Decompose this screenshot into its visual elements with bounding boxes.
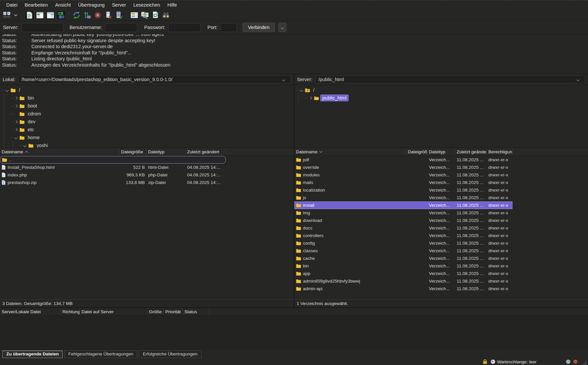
menu-datei[interactable]: Datei: [3, 1, 21, 9]
password-input[interactable]: [168, 23, 201, 32]
file-row-item[interactable]: ..: [0, 156, 226, 164]
file-row-controllers[interactable]: controllersVerzeich...11.08.2025 ...drwx…: [294, 232, 512, 239]
process-queue-button[interactable]: [82, 10, 92, 20]
tree-item-item[interactable]: /: [2, 86, 294, 94]
column-header-dateiname[interactable]: Dateiname: [0, 148, 119, 155]
file-row-config[interactable]: configVerzeich...11.08.2025 ...drwxr-xr-…: [294, 239, 512, 247]
column-header-dateiname[interactable]: Dateiname: [294, 148, 406, 155]
tree-expander[interactable]: [22, 143, 27, 148]
server-input[interactable]: [21, 23, 63, 32]
file-row-install[interactable]: installVerzeich...11.08.2025 ...drwxr-xr…: [294, 201, 512, 209]
file-row-mails[interactable]: mailsVerzeich...11.08.2025 ...drwxr-xr-x: [294, 179, 512, 186]
file-row-classes[interactable]: classesVerzeich...11.08.2025 ...drwxr-xr…: [294, 247, 512, 255]
tree-expander[interactable]: [14, 127, 18, 132]
tree-item-item[interactable]: ?/: [296, 86, 588, 94]
tab-erfolgreiche-bertragungen[interactable]: Erfolgreiche Übertragungen: [139, 350, 202, 358]
column-header-zuletzt-ge-ndert[interactable]: Zuletzt geändert: [455, 148, 487, 155]
folder-icon: [296, 173, 301, 177]
file-row-docs[interactable]: docsVerzeich...11.08.2025 ...drwxr-xr-x: [294, 224, 512, 232]
column-header-priorit-t[interactable]: Priorität: [164, 308, 183, 315]
tree-expander[interactable]: [299, 88, 304, 92]
username-input[interactable]: [105, 23, 137, 32]
tree-expander[interactable]: [308, 96, 312, 100]
sync-browsing-button[interactable]: [150, 10, 160, 20]
file-name: ..: [9, 157, 12, 162]
log-type: Status:: [2, 44, 31, 50]
menu-bearbeiten[interactable]: Bearbeiten: [21, 1, 51, 9]
column-header-datei-auf-server[interactable]: Datei auf Server: [80, 308, 148, 315]
column-header-berechtigungen[interactable]: Berechtigungen: [487, 148, 512, 155]
column-header-zuletzt-ge-ndert[interactable]: Zuletzt geändert: [185, 148, 226, 155]
port-input[interactable]: [220, 23, 237, 32]
reconnect-button[interactable]: [114, 10, 124, 20]
tree-item-home[interactable]: home: [2, 134, 294, 141]
file-row-app[interactable]: appVerzeich...11.08.2025 ...drwxr-xr-x: [294, 270, 512, 277]
file-row-admin-api[interactable]: admin-apiVerzeich...11.08.2025 ...drwxr-…: [294, 285, 512, 292]
tree-expander[interactable]: [5, 88, 9, 92]
menu-bertragung[interactable]: Übertragung: [75, 1, 109, 9]
resize-grip[interactable]: [582, 360, 587, 365]
tree-item-public-html[interactable]: public_html: [296, 94, 588, 102]
find-button[interactable]: [161, 10, 171, 20]
tree-item-dev[interactable]: dev: [2, 118, 294, 126]
file-name-cell: admin859g8vd25hbvfy3bwwj: [294, 277, 406, 285]
refresh-button[interactable]: [72, 10, 82, 20]
tree-item-yoshi[interactable]: yoshi: [2, 141, 294, 148]
file-row-prestashop-zip[interactable]: prestashop.zip133,8 MBzip-Datei04.08.202…: [0, 179, 226, 186]
file-row-override[interactable]: overrideVerzeich...11.08.2025 ...drwxr-x…: [294, 164, 512, 171]
toggle-remote-tree-button[interactable]: [46, 10, 55, 20]
tree-expander[interactable]: [14, 96, 18, 100]
remote-path-combo[interactable]: /public_html: [315, 75, 585, 84]
column-header-richtung[interactable]: Richtung: [61, 308, 80, 315]
tab-fehlgeschlagene-bertragungen[interactable]: Fehlgeschlagene Übertragungen: [64, 350, 137, 358]
column-header-dateigr-e[interactable]: Dateigröße: [406, 148, 427, 155]
tree-expander[interactable]: [14, 119, 18, 124]
tree-item-bin[interactable]: bin: [2, 94, 294, 102]
file-row-download[interactable]: downloadVerzeich...11.08.2025 ...drwxr-x…: [294, 217, 512, 224]
tree-item-cdrom[interactable]: cdrom: [2, 110, 294, 118]
file-row-index-php[interactable]: index.php969,3 KBphp-Datei04.08.2025 14:…: [0, 171, 226, 179]
speed-limit-icon[interactable]: [490, 359, 496, 364]
file-row-cache[interactable]: cacheVerzeich...11.08.2025 ...drwxr-xr-x: [294, 255, 512, 262]
lock-icon[interactable]: [482, 359, 488, 364]
tree-item-etc[interactable]: etc: [2, 126, 294, 134]
column-header-dateigr-e[interactable]: Dateigröße: [119, 148, 147, 155]
column-header-server-lokale-datei[interactable]: Server/Lokale Datei: [0, 308, 61, 315]
site-manager-button[interactable]: [2, 10, 12, 20]
site-manager-dropdown-button[interactable]: [12, 10, 19, 20]
disconnect-button[interactable]: [103, 10, 113, 20]
file-row-pdf[interactable]: pdfVerzeich...11.08.2025 ...drwxr-xr-x: [294, 156, 512, 164]
tab-zu-bertragende-dateien[interactable]: Zu übertragende Dateien: [2, 350, 63, 358]
menu-lesezeichen[interactable]: Lesezeichen: [130, 1, 164, 9]
file-row-img[interactable]: imgVerzeich...11.08.2025 ...drwxr-xr-x: [294, 209, 512, 217]
file-modified-cell: 11.08.2025 ...: [455, 232, 487, 239]
file-row-install-prestashop-html[interactable]: Install_PrestaShop.html522 Bhtml-Datei04…: [0, 164, 226, 171]
quickconnect-button[interactable]: Verbinden: [243, 23, 275, 32]
menu-hilfe[interactable]: Hilfe: [164, 1, 180, 9]
filter-button[interactable]: [129, 10, 139, 20]
local-path-dropdown[interactable]: [279, 75, 288, 84]
tree-expander[interactable]: [14, 104, 18, 108]
column-header-gr-e[interactable]: Größe: [148, 308, 164, 315]
local-path-combo[interactable]: /home/<user>/Downloads/prestashop_editio…: [18, 75, 291, 84]
file-permissions-cell: drwxr-xr-x: [487, 171, 512, 179]
toggle-transfer-queue-button[interactable]: [56, 10, 66, 20]
file-row-modules[interactable]: modulesVerzeich...11.08.2025 ...drwxr-xr…: [294, 171, 512, 179]
column-header-status[interactable]: Status: [183, 308, 209, 315]
compare-button[interactable]: [140, 10, 150, 20]
toggle-local-tree-button[interactable]: [35, 10, 45, 20]
file-row-localization[interactable]: localizationVerzeich...11.08.2025 ...drw…: [294, 186, 512, 194]
quickconnect-dropdown-button[interactable]: [278, 23, 286, 32]
file-row-js[interactable]: jsVerzeich...11.08.2025 ...drwxr-xr-x: [294, 194, 512, 201]
column-header-dateityp[interactable]: Dateityp: [147, 148, 185, 155]
cancel-button[interactable]: [93, 10, 103, 20]
menu-server[interactable]: Server: [108, 1, 130, 9]
tree-item-boot[interactable]: boot: [2, 102, 294, 110]
toggle-log-button[interactable]: [24, 10, 34, 20]
tree-expander[interactable]: [14, 135, 18, 140]
file-row-bin[interactable]: binVerzeich...11.08.2025 ...drwxr-xr-x: [294, 262, 512, 270]
menu-ansicht[interactable]: Ansicht: [51, 1, 75, 9]
file-row-admin859g8vd25hbvfy3bwwj[interactable]: admin859g8vd25hbvfy3bwwjVerzeich...11.08…: [294, 277, 512, 285]
column-header-dateityp[interactable]: Dateityp: [427, 148, 455, 155]
remote-path-dropdown[interactable]: [573, 75, 582, 84]
